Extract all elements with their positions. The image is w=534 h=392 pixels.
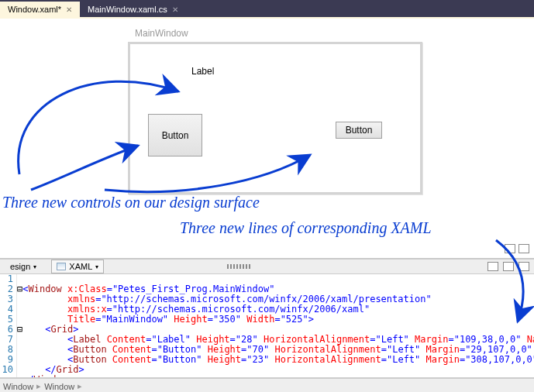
- button-text: Button: [162, 130, 189, 141]
- button2-control[interactable]: Button: [336, 122, 382, 139]
- window-artboard[interactable]: MainWindow Label Button Button: [128, 42, 422, 194]
- code-token: Height: [174, 314, 207, 325]
- code-body[interactable]: ⊟<Window x:Class="Petes_First_Prog.MainW…: [17, 274, 534, 377]
- code-token: "Left": [387, 344, 420, 355]
- fit-icon[interactable]: [505, 244, 515, 253]
- design-tab-label: esign: [10, 262, 30, 271]
- xaml-breadcrumb: Window ▸ Window ▸: [0, 378, 534, 392]
- code-token: "Label": [151, 334, 191, 345]
- code-token: "23": [246, 354, 269, 365]
- tab-label: MainWindow.xaml.cs: [88, 5, 167, 14]
- code-token: "Left": [387, 354, 420, 365]
- code-token: Window: [28, 284, 61, 294]
- code-token: "http://schemas.microsoft.com/winfx/2006…: [101, 294, 431, 304]
- code-token: "http://schemas.microsoft.com/winfx/2006…: [112, 304, 370, 315]
- chevron-right-icon: ▸: [78, 381, 82, 391]
- xaml-icon: [57, 263, 66, 270]
- close-icon[interactable]: ✕: [172, 5, 178, 14]
- code-token: "525": [281, 314, 308, 325]
- chevron-down-icon: ▾: [95, 263, 98, 270]
- code-token: Window: [34, 374, 67, 377]
- label-control[interactable]: Label: [191, 66, 238, 81]
- code-token: xmlns: [67, 294, 95, 304]
- code-token: "Button": [157, 354, 202, 365]
- code-token: Button: [73, 354, 106, 365]
- zoom-controls: [505, 244, 529, 253]
- split-layout-buttons: [487, 262, 534, 271]
- label-text: Label: [191, 66, 214, 77]
- crumb-item[interactable]: Window: [3, 382, 33, 391]
- button1-control[interactable]: Button: [148, 114, 202, 156]
- line-number: 10: [0, 365, 13, 375]
- code-token: "350": [213, 314, 241, 325]
- code-token: "28": [236, 334, 258, 345]
- code-token: "308,107,0,0": [465, 354, 534, 365]
- split-grip-icon[interactable]: [227, 264, 250, 269]
- code-token: "Left": [376, 334, 409, 345]
- code-token: "29,107,0,0": [465, 344, 532, 355]
- xaml-tab-label: XAML: [69, 262, 92, 271]
- tab-window-xaml[interactable]: Window.xaml* ✕: [0, 2, 80, 17]
- close-icon[interactable]: ✕: [66, 5, 72, 14]
- xaml-tab[interactable]: XAML ▾: [51, 260, 104, 273]
- annotation-text-1: Three new controls on our design surface: [2, 194, 260, 211]
- code-token: Title: [67, 314, 95, 325]
- xaml-editor[interactable]: 1 2 3 4 5 6 7 8 9 10 ⊟<Window x:Class="P…: [0, 274, 534, 378]
- code-token: Grid: [57, 364, 79, 375]
- code-token: "Button": [157, 344, 202, 355]
- ide-window: Window.xaml* ✕ MainWindow.xaml.cs ✕ Main…: [0, 0, 534, 392]
- chevron-down-icon: ▾: [33, 263, 36, 270]
- code-token: xmlns:x: [67, 304, 107, 315]
- zoom-icon[interactable]: [518, 244, 529, 253]
- chevron-right-icon: ▸: [36, 381, 41, 391]
- code-token: "MainWindow": [101, 314, 168, 325]
- layout-vertical-icon[interactable]: [503, 262, 514, 271]
- code-token: "70": [246, 344, 269, 355]
- layout-collapse-icon[interactable]: [518, 262, 529, 271]
- file-tabstrip: Window.xaml* ✕ MainWindow.xaml.cs ✕: [0, 0, 534, 17]
- design-tab[interactable]: esign ▾: [5, 260, 42, 273]
- window-title: MainWindow: [135, 28, 188, 39]
- annotation-text-2: Three new lines of corresponding XAML: [180, 219, 432, 237]
- code-token: "Petes_First_Prog.MainWindow": [112, 284, 275, 294]
- line-gutter: 1 2 3 4 5 6 7 8 9 10: [0, 274, 17, 377]
- tab-mainwindow-cs[interactable]: MainWindow.xaml.cs ✕: [80, 2, 186, 17]
- code-token: Button: [73, 344, 106, 355]
- code-token: Grid: [50, 324, 73, 335]
- layout-horizontal-icon[interactable]: [487, 262, 498, 271]
- code-token: "109,38,0,0": [454, 334, 522, 345]
- code-token: x:Class: [67, 284, 107, 294]
- tab-label: Window.xaml*: [8, 5, 61, 14]
- crumb-item[interactable]: Window: [44, 382, 74, 391]
- design-xaml-splitbar[interactable]: esign ▾ XAML ▾: [0, 259, 534, 274]
- code-token: Label: [73, 334, 101, 345]
- code-token: Width: [246, 314, 274, 325]
- button-text: Button: [346, 125, 373, 136]
